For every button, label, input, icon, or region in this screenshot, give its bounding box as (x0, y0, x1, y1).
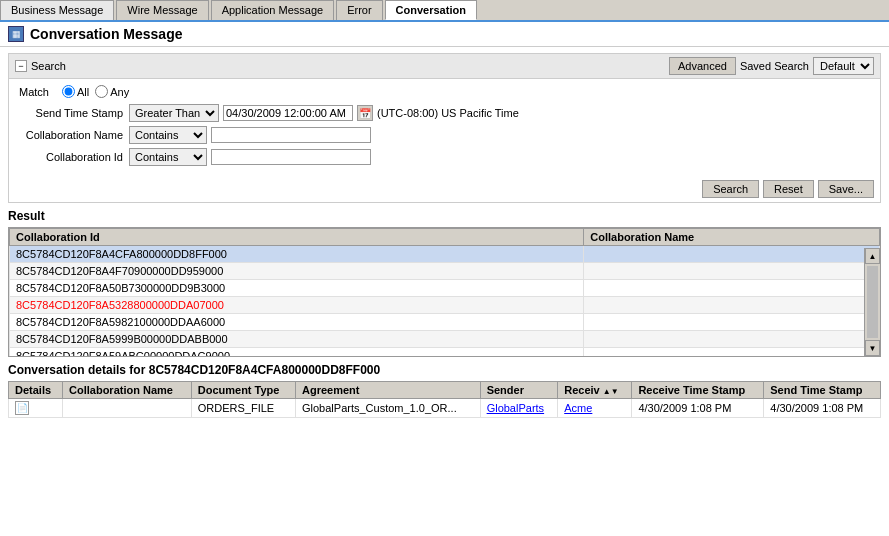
reset-button[interactable]: Reset (763, 180, 814, 198)
col-collab-name[interactable]: Collaboration Name (63, 382, 192, 399)
saved-search-label: Saved Search (740, 60, 809, 72)
result-cell-name (584, 263, 880, 280)
save-button[interactable]: Save... (818, 180, 874, 198)
col-receive-time[interactable]: Receive Time Stamp (632, 382, 764, 399)
result-section: Result Collaboration Id Collaboration Na… (8, 209, 881, 357)
collaboration-id-value[interactable] (211, 149, 371, 165)
details-receive-time: 4/30/2009 1:08 PM (632, 399, 764, 418)
send-time-stamp-controls: Greater Than Less Than Equal To Between … (129, 104, 519, 122)
collaboration-name-operator[interactable]: Contains Equals Starts With (129, 126, 207, 144)
collaboration-name-controls: Contains Equals Starts With (129, 126, 371, 144)
result-row[interactable]: 8C5784CD120F8A5982100000DDAA6000 (10, 314, 880, 331)
search-header-left: − Search (15, 60, 66, 72)
tab-conversation[interactable]: Conversation (385, 0, 477, 20)
col-receiver[interactable]: Receiv ▲▼ (558, 382, 632, 399)
saved-search-select[interactable]: Default (813, 57, 874, 75)
page-icon: ▦ (8, 26, 24, 42)
match-row: Match All Any (19, 85, 870, 98)
result-cell-id: 8C5784CD120F8A50B7300000DD9B3000 (10, 280, 584, 297)
result-scrollbar[interactable]: ▲ ▼ (864, 248, 880, 356)
result-cell-id: 8C5784CD120F8A4CFA800000DD8FF000 (10, 246, 584, 263)
send-time-stamp-label: Send Time Stamp (19, 107, 129, 119)
match-all-radio[interactable]: All (62, 85, 89, 98)
tab-business-message[interactable]: Business Message (0, 0, 114, 20)
details-icon: 📄 (9, 399, 63, 418)
details-agreement: GlobalParts_Custom_1.0_OR... (296, 399, 481, 418)
collaboration-id-row: Collaboration Id Contains Equals Starts … (19, 148, 870, 166)
calendar-icon[interactable]: 📅 (357, 105, 373, 121)
page-title-bar: ▦ Conversation Message (0, 22, 889, 47)
details-send-time: 4/30/2009 1:08 PM (764, 399, 881, 418)
collaboration-id-label: Collaboration Id (19, 151, 129, 163)
scroll-up[interactable]: ▲ (865, 248, 880, 264)
col-details[interactable]: Details (9, 382, 63, 399)
search-label: Search (31, 60, 66, 72)
timezone-text: (UTC-08:00) US Pacific Time (377, 107, 519, 119)
collaboration-name-value[interactable] (211, 127, 371, 143)
doc-icon[interactable]: 📄 (15, 401, 29, 415)
result-cell-id: 8C5784CD120F8A5328800000DDA07000 (10, 297, 584, 314)
tab-bar: Business Message Wire Message Applicatio… (0, 0, 889, 22)
details-collab-name (63, 399, 192, 418)
scroll-thumb[interactable] (867, 266, 878, 338)
result-cell-name (584, 280, 880, 297)
send-time-stamp-value[interactable] (223, 105, 353, 121)
details-doc-type: ORDERS_FILE (191, 399, 295, 418)
tab-application-message[interactable]: Application Message (211, 0, 335, 20)
result-cell-id: 8C5784CD120F8A59ABC00000DDAC9000 (10, 348, 584, 358)
search-action-row: Search Reset Save... (9, 176, 880, 202)
col-agreement[interactable]: Agreement (296, 382, 481, 399)
result-table-wrapper: Collaboration Id Collaboration Name 8C57… (8, 227, 881, 357)
result-cell-id: 8C5784CD120F8A5999B00000DDABB000 (10, 331, 584, 348)
result-cell-name (584, 314, 880, 331)
result-cell-id: 8C5784CD120F8A4F70900000DD959000 (10, 263, 584, 280)
search-body: Match All Any Send Time Stamp Greater Th… (9, 79, 880, 176)
collapse-button[interactable]: − (15, 60, 27, 72)
col-send-time[interactable]: Send Time Stamp (764, 382, 881, 399)
result-row[interactable]: 8C5784CD120F8A5328800000DDA07000 (10, 297, 880, 314)
col-doc-type[interactable]: Document Type (191, 382, 295, 399)
col-collaboration-name[interactable]: Collaboration Name (584, 229, 880, 246)
col-sender[interactable]: Sender (480, 382, 558, 399)
result-row[interactable]: 8C5784CD120F8A4F70900000DD959000 (10, 263, 880, 280)
page-title: Conversation Message (30, 26, 183, 42)
collaboration-id-operator[interactable]: Contains Equals Starts With (129, 148, 207, 166)
result-cell-name (584, 246, 880, 263)
tab-error[interactable]: Error (336, 0, 382, 20)
advanced-button[interactable]: Advanced (669, 57, 736, 75)
search-header-right: Advanced Saved Search Default (669, 57, 874, 75)
search-header: − Search Advanced Saved Search Default (9, 54, 880, 79)
result-cell-name (584, 331, 880, 348)
result-table: Collaboration Id Collaboration Name 8C57… (9, 228, 880, 357)
match-label: Match (19, 86, 54, 98)
sort-icon: ▲▼ (603, 387, 619, 396)
details-title: Conversation details for 8C5784CD120F8A4… (8, 363, 881, 377)
match-any-radio[interactable]: Any (95, 85, 129, 98)
result-row[interactable]: 8C5784CD120F8A5999B00000DDABB000 (10, 331, 880, 348)
details-receiver[interactable]: Acme (558, 399, 632, 418)
details-row: 📄ORDERS_FILEGlobalParts_Custom_1.0_OR...… (9, 399, 881, 418)
send-time-stamp-operator[interactable]: Greater Than Less Than Equal To Between (129, 104, 219, 122)
result-row[interactable]: 8C5784CD120F8A50B7300000DD9B3000 (10, 280, 880, 297)
search-section: − Search Advanced Saved Search Default M… (8, 53, 881, 203)
result-cell-name (584, 348, 880, 358)
details-sender[interactable]: GlobalParts (480, 399, 558, 418)
result-cell-id: 8C5784CD120F8A5982100000DDAA6000 (10, 314, 584, 331)
collaboration-name-label: Collaboration Name (19, 129, 129, 141)
tab-wire-message[interactable]: Wire Message (116, 0, 208, 20)
col-collaboration-id[interactable]: Collaboration Id (10, 229, 584, 246)
send-time-stamp-row: Send Time Stamp Greater Than Less Than E… (19, 104, 870, 122)
match-radio-group: All Any (62, 85, 129, 98)
result-title: Result (8, 209, 881, 223)
collaboration-name-row: Collaboration Name Contains Equals Start… (19, 126, 870, 144)
search-button[interactable]: Search (702, 180, 759, 198)
result-row[interactable]: 8C5784CD120F8A4CFA800000DD8FF000 (10, 246, 880, 263)
scroll-down[interactable]: ▼ (865, 340, 880, 356)
details-section: Conversation details for 8C5784CD120F8A4… (8, 363, 881, 418)
result-cell-name (584, 297, 880, 314)
details-table: Details Collaboration Name Document Type… (8, 381, 881, 418)
result-row[interactable]: 8C5784CD120F8A59ABC00000DDAC9000 (10, 348, 880, 358)
collaboration-id-controls: Contains Equals Starts With (129, 148, 371, 166)
